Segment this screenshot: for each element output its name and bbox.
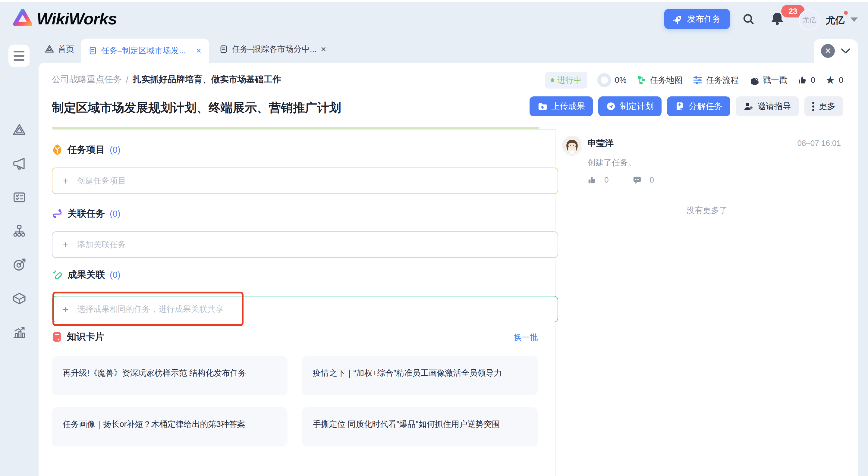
close-all-tabs-icon[interactable]: ✕ bbox=[821, 44, 835, 58]
section-count: (0) bbox=[110, 270, 120, 280]
tab-list-chevron-down-icon[interactable] bbox=[841, 48, 850, 54]
breadcrumb-separator: / bbox=[126, 75, 128, 85]
decompose-task-button[interactable]: 分解任务 bbox=[667, 96, 730, 116]
user-avatar-mini[interactable]: 尤亿 bbox=[799, 9, 820, 30]
activity-timestamp: 08–07 16:01 bbox=[797, 138, 841, 148]
activity-like-count: 0 bbox=[604, 175, 609, 185]
knowledge-card[interactable]: 再升级!《魔兽》资深玩家榜样示范 结构化发布任务 bbox=[52, 356, 287, 395]
more-label: 更多 bbox=[818, 101, 835, 112]
activity-reactions: 0 0 bbox=[587, 175, 654, 185]
task-flow-button[interactable]: 任务流程 bbox=[693, 75, 739, 86]
poke-button[interactable]: 戳一戳 bbox=[749, 75, 787, 86]
doc-plus-icon bbox=[675, 101, 684, 111]
activity-content: 创建了任务。 bbox=[587, 157, 636, 168]
breadcrumb-parent[interactable]: 公司战略重点任务 bbox=[52, 73, 122, 86]
search-icon[interactable] bbox=[742, 13, 755, 26]
content-panel: 公司战略重点任务 / 扎实抓好品牌培育、做实市场基础工作 进行中 0% bbox=[38, 63, 858, 476]
knowledge-card[interactable]: 任务画像｜扬长or补短？木桶定律给出的第3种答案 bbox=[52, 407, 287, 446]
activity-feed: 申莹洋 08–07 16:01 创建了任务。 0 bbox=[556, 130, 858, 476]
user-menu-chevron-down-icon[interactable] bbox=[850, 18, 858, 22]
refresh-cards-link[interactable]: 换一批 bbox=[514, 332, 538, 343]
task-map-icon bbox=[637, 75, 647, 85]
publish-task-button[interactable]: 发布任务 bbox=[664, 9, 730, 29]
status-badge: 进行中 bbox=[545, 72, 587, 89]
section-header-outcome: 成果关联 (0) bbox=[52, 268, 120, 281]
scrolled-section-edge bbox=[52, 127, 539, 129]
sidebar-item-package-icon[interactable] bbox=[12, 292, 26, 306]
brand-logo-icon bbox=[12, 8, 33, 30]
like-count: 0 bbox=[811, 75, 815, 85]
avatar[interactable] bbox=[562, 135, 583, 156]
progress-ring bbox=[597, 73, 611, 87]
sidebar-item-target-icon[interactable] bbox=[12, 258, 26, 272]
document-icon bbox=[219, 45, 228, 53]
person-add-icon bbox=[744, 101, 753, 111]
favorite-counter[interactable]: ★ 0 bbox=[826, 75, 843, 86]
create-project-placeholder: 创建任务项目 bbox=[77, 175, 126, 186]
tab-task-track-label: 任务–跟踪各市场分中... bbox=[232, 44, 317, 55]
breadcrumb: 公司战略重点任务 / 扎实抓好品牌培育、做实市场基础工作 bbox=[52, 73, 281, 86]
invite-guidance-button[interactable]: 邀请指导 bbox=[736, 96, 799, 116]
hamburger-menu-button[interactable] bbox=[8, 44, 30, 67]
poke-hand-icon bbox=[749, 75, 759, 85]
rocket-icon bbox=[673, 14, 683, 24]
invite-guidance-label: 邀请指导 bbox=[757, 101, 791, 112]
like-counter[interactable]: 0 bbox=[798, 75, 815, 85]
make-plan-button[interactable]: 制定计划 bbox=[598, 96, 661, 116]
knowledge-card[interactable]: 疫情之下｜“加权+综合”精准员工画像激活全员领导力 bbox=[302, 356, 538, 395]
knowledge-card[interactable]: 手撕定位 同质化时代看"爆品"如何抓住用户逆势突围 bbox=[302, 407, 538, 446]
thumbs-up-icon[interactable] bbox=[587, 176, 596, 185]
tab-bar-controls: ✕ bbox=[814, 39, 858, 63]
activity-comment-count: 0 bbox=[650, 175, 654, 185]
sidebar-item-checklist-icon[interactable] bbox=[12, 190, 26, 204]
tab-task-region-label: 任务–制定区域市场发... bbox=[101, 45, 192, 56]
status-label: 进行中 bbox=[557, 75, 582, 86]
task-detail-column: 任务项目 (0) + 创建任务项目 关联任务 (0) bbox=[38, 130, 555, 476]
app-header: WikiWorks 发布任务 23 bbox=[0, 2, 868, 36]
create-project-input[interactable]: + 创建任务项目 bbox=[52, 167, 558, 194]
section-title: 知识卡片 bbox=[67, 330, 104, 343]
publish-task-label: 发布任务 bbox=[687, 13, 721, 25]
tab-home[interactable]: 首页 bbox=[44, 36, 74, 63]
brand-logo[interactable]: WikiWorks bbox=[12, 8, 117, 30]
page-title: 制定区域市场发展规划计划、终端展示、营销推广计划 bbox=[52, 99, 341, 116]
upload-results-button[interactable]: 上传成果 bbox=[530, 96, 593, 116]
sidebar-item-workspace-icon[interactable] bbox=[12, 123, 26, 137]
decompose-task-label: 分解任务 bbox=[689, 101, 722, 112]
section-count: (0) bbox=[110, 209, 120, 219]
more-button[interactable]: 更多 bbox=[804, 96, 843, 116]
section-title: 任务项目 bbox=[67, 144, 105, 156]
app-root: WikiWorks 发布任务 23 bbox=[0, 0, 868, 476]
section-count: (0) bbox=[110, 145, 120, 155]
favorite-count: 0 bbox=[839, 75, 843, 85]
sidebar-item-megaphone-icon[interactable] bbox=[12, 157, 26, 170]
add-related-task-input[interactable]: + 添加关联任务 bbox=[52, 231, 558, 258]
upload-results-label: 上传成果 bbox=[551, 101, 585, 112]
brand-name: WikiWorks bbox=[37, 9, 117, 28]
tab-bar: 首页 任务–制定区域市场发... × 任务–跟踪各市场分中... × bbox=[38, 36, 868, 63]
task-actions: 上传成果 制定计划 分 bbox=[530, 96, 843, 116]
tab-home-label: 首页 bbox=[58, 44, 74, 55]
username-label[interactable]: 尤亿 bbox=[826, 14, 844, 27]
comment-bubble-icon[interactable] bbox=[632, 176, 642, 185]
tab-task-track[interactable]: 任务–跟踪各市场分中... × bbox=[219, 36, 326, 63]
tab-close-icon[interactable]: × bbox=[321, 44, 327, 54]
folder-upload-icon bbox=[537, 101, 547, 111]
task-map-button[interactable]: 任务地图 bbox=[637, 75, 683, 86]
activity-user-name[interactable]: 申莹洋 bbox=[587, 137, 614, 150]
section-header-related: 关联任务 (0) bbox=[52, 207, 120, 220]
add-related-placeholder: 添加关联任务 bbox=[77, 239, 126, 250]
relation-curve-icon bbox=[52, 208, 63, 219]
project-box-icon bbox=[52, 144, 63, 156]
sidebar-item-analytics-icon[interactable] bbox=[12, 325, 26, 339]
progress-value: 0% bbox=[615, 75, 627, 85]
knowledge-card-grid: 再升级!《魔兽》资深玩家榜样示范 结构化发布任务 疫情之下｜“加权+综合”精准员… bbox=[52, 356, 538, 446]
tab-close-icon[interactable]: × bbox=[196, 46, 201, 55]
plus-icon: + bbox=[63, 176, 69, 186]
document-icon bbox=[89, 46, 97, 55]
sidebar-item-org-chart-icon[interactable] bbox=[12, 224, 26, 238]
section-title: 成果关联 bbox=[67, 268, 105, 281]
breadcrumb-current[interactable]: 扎实抓好品牌培育、做实市场基础工作 bbox=[133, 73, 281, 86]
thumbs-up-icon bbox=[798, 75, 807, 85]
tab-task-region-active[interactable]: 任务–制定区域市场发... × bbox=[81, 38, 209, 63]
